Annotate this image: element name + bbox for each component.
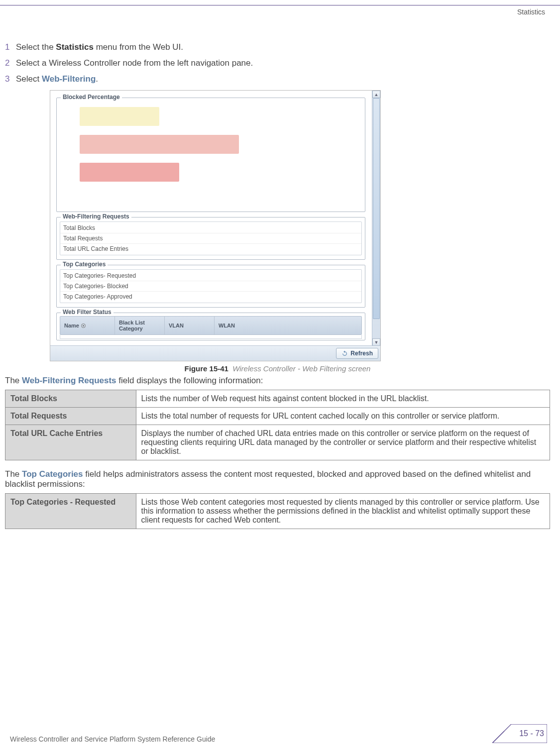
scrollbar[interactable]: ▲ ▼ (372, 91, 380, 346)
panel-legend: Top Categories (61, 261, 108, 268)
list-item: Total Requests (60, 233, 361, 243)
list-item: Top Categories- Blocked (60, 281, 361, 291)
column-header[interactable]: Black List Category (115, 317, 165, 334)
paragraph: The Top Categories field helps administr… (5, 469, 550, 489)
page-number-flag: 15 - 73 (492, 724, 547, 743)
table-row: Total URL Cache Entries Displays the num… (5, 425, 550, 460)
blocked-percentage-panel: Blocked Percentage (56, 98, 365, 212)
step-2: 2 Select a Wireless Controller node from… (5, 58, 550, 68)
step-1: 1 Select the Statistics menu from the We… (5, 42, 550, 52)
footer-title: Wireless Controller and Service Platform… (10, 735, 215, 743)
panel-legend: Web-Filtering Requests (61, 213, 131, 220)
categories-description-table: Top Categories - Requested Lists those W… (5, 493, 550, 529)
field-desc: Lists those Web content categories most … (136, 494, 550, 529)
web-filtering-screenshot: ▲ ▼ Blocked Percentage Web-Filtering Req… (50, 90, 381, 361)
top-categories-panel: Top Categories Top Categories- Requested… (56, 265, 365, 308)
field-desc: Lists the total number of requests for U… (136, 408, 550, 425)
sort-icon[interactable] (81, 324, 86, 328)
field-desc: Lists the number of Web request hits aga… (136, 390, 550, 408)
step-3: 3 Select Web-Filtering. (5, 74, 550, 84)
section-header: Statistics (517, 8, 545, 16)
refresh-icon (341, 350, 348, 357)
status-table-header: Name Black List Category VLAN WLAN (60, 316, 362, 335)
list-item: Total URL Cache Entries (60, 243, 361, 254)
field-name: Total Blocks (5, 390, 136, 408)
step-number: 1 (5, 42, 16, 52)
web-filter-status-panel: Web Filter Status Name Black List Catego… (56, 313, 365, 340)
figure-caption: Figure 15-41 Wireless Controller - Web F… (5, 364, 550, 373)
list-item: Total Blocks (60, 223, 361, 233)
panel-legend: Blocked Percentage (61, 94, 122, 101)
bottom-toolbar: Refresh (50, 345, 380, 361)
field-desc: Displays the number of chached URL data … (136, 425, 550, 460)
step-text: Select Web-Filtering. (16, 74, 98, 84)
chart-bar (80, 135, 239, 154)
scroll-thumb[interactable] (373, 98, 380, 319)
table-row: Total Requests Lists the total number of… (5, 408, 550, 425)
chart-bar (80, 107, 159, 126)
table-row: Total Blocks Lists the number of Web req… (5, 390, 550, 408)
list-item: Top Categories- Requested (60, 271, 361, 281)
scroll-down-icon[interactable]: ▼ (372, 338, 380, 346)
step-text: Select a Wireless Controller node from t… (16, 58, 253, 68)
step-number: 3 (5, 74, 16, 84)
table-row: Top Categories - Requested Lists those W… (5, 494, 550, 529)
column-header[interactable]: WLAN (215, 317, 361, 334)
field-name: Top Categories - Requested (5, 494, 136, 529)
step-number: 2 (5, 58, 16, 68)
chart-bar (80, 163, 179, 182)
web-filtering-requests-panel: Web-Filtering Requests Total Blocks Tota… (56, 217, 365, 260)
step-text: Select the Statistics menu from the Web … (16, 42, 183, 52)
requests-description-table: Total Blocks Lists the number of Web req… (5, 390, 550, 460)
column-header[interactable]: Name (60, 317, 115, 334)
column-header[interactable]: VLAN (165, 317, 215, 334)
scroll-up-icon[interactable]: ▲ (372, 91, 380, 98)
refresh-button[interactable]: Refresh (336, 348, 378, 359)
paragraph: The Web-Filtering Requests field display… (5, 376, 550, 386)
field-name: Total URL Cache Entries (5, 425, 136, 460)
panel-legend: Web Filter Status (61, 309, 113, 316)
field-name: Total Requests (5, 408, 136, 425)
list-item: Top Categories- Approved (60, 291, 361, 302)
